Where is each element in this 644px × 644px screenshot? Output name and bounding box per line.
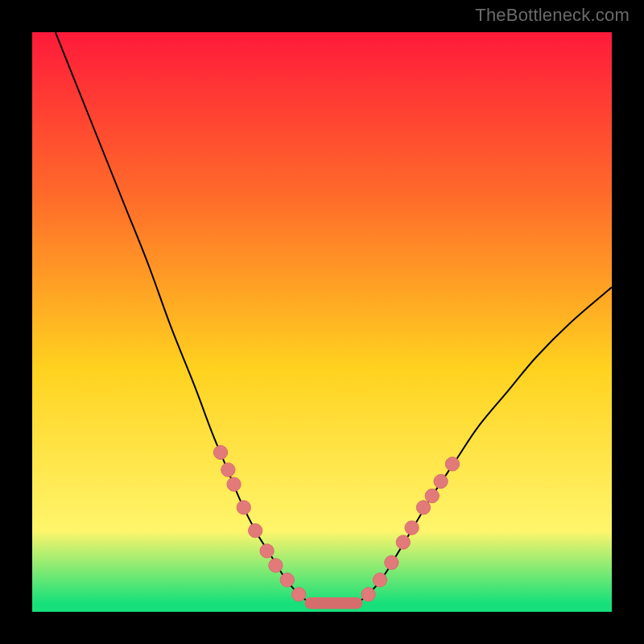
data-marker-right bbox=[385, 555, 398, 569]
data-marker-left bbox=[237, 501, 250, 514]
data-marker-left bbox=[260, 544, 274, 558]
data-marker-left bbox=[221, 463, 235, 477]
data-marker-left bbox=[249, 524, 262, 538]
data-marker-right bbox=[361, 588, 375, 601]
data-marker-right bbox=[434, 474, 448, 488]
data-marker-left bbox=[280, 573, 294, 587]
data-marker-right bbox=[425, 489, 439, 502]
data-marker-left bbox=[227, 477, 241, 491]
bottleneck-chart bbox=[32, 32, 612, 612]
data-marker-left bbox=[213, 445, 227, 459]
data-marker-left bbox=[269, 559, 283, 572]
chart-background bbox=[32, 32, 612, 612]
plot-area bbox=[32, 32, 612, 612]
watermark-text: TheBottleneck.com bbox=[475, 5, 630, 26]
data-marker-right bbox=[445, 457, 459, 471]
data-marker-right bbox=[405, 521, 419, 535]
data-marker-right bbox=[416, 501, 430, 514]
data-marker-left bbox=[292, 588, 306, 601]
data-marker-right bbox=[373, 573, 386, 587]
data-marker-right bbox=[396, 535, 410, 549]
